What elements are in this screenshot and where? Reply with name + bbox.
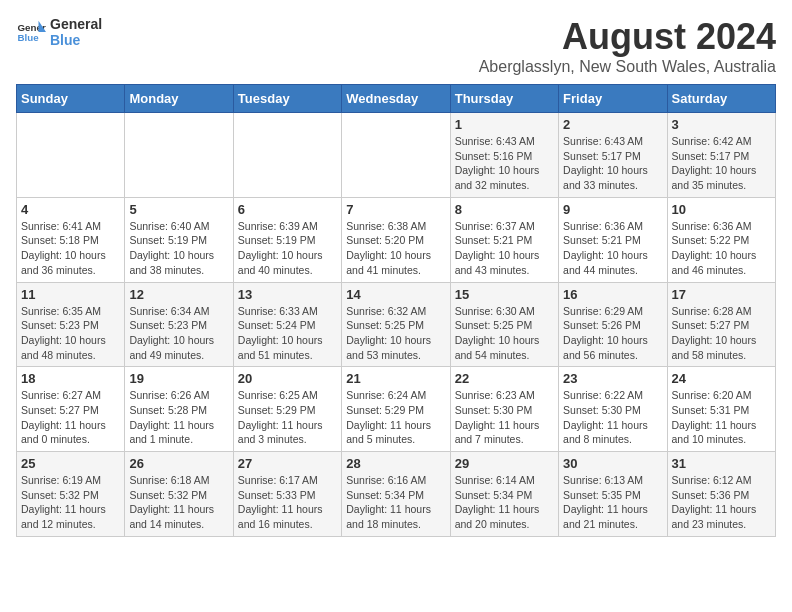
day-number: 20 bbox=[238, 371, 337, 386]
calendar-cell: 6Sunrise: 6:39 AM Sunset: 5:19 PM Daylig… bbox=[233, 197, 341, 282]
calendar-cell: 17Sunrise: 6:28 AM Sunset: 5:27 PM Dayli… bbox=[667, 282, 775, 367]
day-info: Sunrise: 6:28 AM Sunset: 5:27 PM Dayligh… bbox=[672, 304, 771, 363]
calendar-week-2: 4Sunrise: 6:41 AM Sunset: 5:18 PM Daylig… bbox=[17, 197, 776, 282]
day-number: 3 bbox=[672, 117, 771, 132]
calendar-cell: 16Sunrise: 6:29 AM Sunset: 5:26 PM Dayli… bbox=[559, 282, 667, 367]
logo-text-general: General bbox=[50, 16, 102, 32]
header-wednesday: Wednesday bbox=[342, 85, 450, 113]
day-number: 29 bbox=[455, 456, 554, 471]
calendar-header: Sunday Monday Tuesday Wednesday Thursday… bbox=[17, 85, 776, 113]
calendar-cell: 12Sunrise: 6:34 AM Sunset: 5:23 PM Dayli… bbox=[125, 282, 233, 367]
day-info: Sunrise: 6:18 AM Sunset: 5:32 PM Dayligh… bbox=[129, 473, 228, 532]
calendar-cell bbox=[125, 113, 233, 198]
day-info: Sunrise: 6:24 AM Sunset: 5:29 PM Dayligh… bbox=[346, 388, 445, 447]
day-info: Sunrise: 6:30 AM Sunset: 5:25 PM Dayligh… bbox=[455, 304, 554, 363]
calendar-week-1: 1Sunrise: 6:43 AM Sunset: 5:16 PM Daylig… bbox=[17, 113, 776, 198]
calendar-table: Sunday Monday Tuesday Wednesday Thursday… bbox=[16, 84, 776, 537]
calendar-cell: 18Sunrise: 6:27 AM Sunset: 5:27 PM Dayli… bbox=[17, 367, 125, 452]
day-number: 11 bbox=[21, 287, 120, 302]
day-number: 4 bbox=[21, 202, 120, 217]
title-section: August 2024 Aberglasslyn, New South Wale… bbox=[479, 16, 776, 76]
day-info: Sunrise: 6:20 AM Sunset: 5:31 PM Dayligh… bbox=[672, 388, 771, 447]
day-number: 2 bbox=[563, 117, 662, 132]
day-number: 15 bbox=[455, 287, 554, 302]
calendar-cell: 13Sunrise: 6:33 AM Sunset: 5:24 PM Dayli… bbox=[233, 282, 341, 367]
day-number: 23 bbox=[563, 371, 662, 386]
day-number: 25 bbox=[21, 456, 120, 471]
day-info: Sunrise: 6:33 AM Sunset: 5:24 PM Dayligh… bbox=[238, 304, 337, 363]
day-number: 7 bbox=[346, 202, 445, 217]
calendar-cell: 8Sunrise: 6:37 AM Sunset: 5:21 PM Daylig… bbox=[450, 197, 558, 282]
day-info: Sunrise: 6:13 AM Sunset: 5:35 PM Dayligh… bbox=[563, 473, 662, 532]
calendar-cell: 14Sunrise: 6:32 AM Sunset: 5:25 PM Dayli… bbox=[342, 282, 450, 367]
day-info: Sunrise: 6:32 AM Sunset: 5:25 PM Dayligh… bbox=[346, 304, 445, 363]
calendar-cell: 21Sunrise: 6:24 AM Sunset: 5:29 PM Dayli… bbox=[342, 367, 450, 452]
calendar-cell: 30Sunrise: 6:13 AM Sunset: 5:35 PM Dayli… bbox=[559, 452, 667, 537]
day-info: Sunrise: 6:12 AM Sunset: 5:36 PM Dayligh… bbox=[672, 473, 771, 532]
calendar-cell: 23Sunrise: 6:22 AM Sunset: 5:30 PM Dayli… bbox=[559, 367, 667, 452]
logo-text-blue: Blue bbox=[50, 32, 102, 48]
day-info: Sunrise: 6:26 AM Sunset: 5:28 PM Dayligh… bbox=[129, 388, 228, 447]
day-number: 26 bbox=[129, 456, 228, 471]
day-number: 27 bbox=[238, 456, 337, 471]
day-number: 12 bbox=[129, 287, 228, 302]
logo: General Blue General Blue bbox=[16, 16, 102, 48]
day-number: 14 bbox=[346, 287, 445, 302]
day-number: 31 bbox=[672, 456, 771, 471]
calendar-cell bbox=[342, 113, 450, 198]
logo-icon: General Blue bbox=[16, 17, 46, 47]
day-info: Sunrise: 6:36 AM Sunset: 5:22 PM Dayligh… bbox=[672, 219, 771, 278]
header-sunday: Sunday bbox=[17, 85, 125, 113]
day-number: 19 bbox=[129, 371, 228, 386]
header-monday: Monday bbox=[125, 85, 233, 113]
day-info: Sunrise: 6:41 AM Sunset: 5:18 PM Dayligh… bbox=[21, 219, 120, 278]
calendar-cell bbox=[233, 113, 341, 198]
calendar-cell: 7Sunrise: 6:38 AM Sunset: 5:20 PM Daylig… bbox=[342, 197, 450, 282]
day-info: Sunrise: 6:42 AM Sunset: 5:17 PM Dayligh… bbox=[672, 134, 771, 193]
header-friday: Friday bbox=[559, 85, 667, 113]
day-number: 17 bbox=[672, 287, 771, 302]
day-info: Sunrise: 6:14 AM Sunset: 5:34 PM Dayligh… bbox=[455, 473, 554, 532]
calendar-cell: 29Sunrise: 6:14 AM Sunset: 5:34 PM Dayli… bbox=[450, 452, 558, 537]
day-number: 8 bbox=[455, 202, 554, 217]
subtitle: Aberglasslyn, New South Wales, Australia bbox=[479, 58, 776, 76]
day-number: 6 bbox=[238, 202, 337, 217]
header-thursday: Thursday bbox=[450, 85, 558, 113]
calendar-cell: 25Sunrise: 6:19 AM Sunset: 5:32 PM Dayli… bbox=[17, 452, 125, 537]
header-saturday: Saturday bbox=[667, 85, 775, 113]
day-number: 16 bbox=[563, 287, 662, 302]
calendar-cell: 20Sunrise: 6:25 AM Sunset: 5:29 PM Dayli… bbox=[233, 367, 341, 452]
day-number: 18 bbox=[21, 371, 120, 386]
day-number: 21 bbox=[346, 371, 445, 386]
day-info: Sunrise: 6:36 AM Sunset: 5:21 PM Dayligh… bbox=[563, 219, 662, 278]
calendar-cell bbox=[17, 113, 125, 198]
calendar-cell: 10Sunrise: 6:36 AM Sunset: 5:22 PM Dayli… bbox=[667, 197, 775, 282]
calendar-cell: 27Sunrise: 6:17 AM Sunset: 5:33 PM Dayli… bbox=[233, 452, 341, 537]
calendar-cell: 2Sunrise: 6:43 AM Sunset: 5:17 PM Daylig… bbox=[559, 113, 667, 198]
calendar-cell: 22Sunrise: 6:23 AM Sunset: 5:30 PM Dayli… bbox=[450, 367, 558, 452]
day-info: Sunrise: 6:19 AM Sunset: 5:32 PM Dayligh… bbox=[21, 473, 120, 532]
day-number: 13 bbox=[238, 287, 337, 302]
day-info: Sunrise: 6:40 AM Sunset: 5:19 PM Dayligh… bbox=[129, 219, 228, 278]
calendar-cell: 1Sunrise: 6:43 AM Sunset: 5:16 PM Daylig… bbox=[450, 113, 558, 198]
day-info: Sunrise: 6:17 AM Sunset: 5:33 PM Dayligh… bbox=[238, 473, 337, 532]
main-title: August 2024 bbox=[479, 16, 776, 58]
calendar-week-3: 11Sunrise: 6:35 AM Sunset: 5:23 PM Dayli… bbox=[17, 282, 776, 367]
day-info: Sunrise: 6:43 AM Sunset: 5:17 PM Dayligh… bbox=[563, 134, 662, 193]
svg-text:Blue: Blue bbox=[18, 32, 40, 43]
day-number: 5 bbox=[129, 202, 228, 217]
day-info: Sunrise: 6:27 AM Sunset: 5:27 PM Dayligh… bbox=[21, 388, 120, 447]
calendar-cell: 4Sunrise: 6:41 AM Sunset: 5:18 PM Daylig… bbox=[17, 197, 125, 282]
calendar-cell: 28Sunrise: 6:16 AM Sunset: 5:34 PM Dayli… bbox=[342, 452, 450, 537]
day-info: Sunrise: 6:35 AM Sunset: 5:23 PM Dayligh… bbox=[21, 304, 120, 363]
day-info: Sunrise: 6:38 AM Sunset: 5:20 PM Dayligh… bbox=[346, 219, 445, 278]
day-info: Sunrise: 6:34 AM Sunset: 5:23 PM Dayligh… bbox=[129, 304, 228, 363]
day-info: Sunrise: 6:37 AM Sunset: 5:21 PM Dayligh… bbox=[455, 219, 554, 278]
day-number: 24 bbox=[672, 371, 771, 386]
day-info: Sunrise: 6:16 AM Sunset: 5:34 PM Dayligh… bbox=[346, 473, 445, 532]
day-info: Sunrise: 6:22 AM Sunset: 5:30 PM Dayligh… bbox=[563, 388, 662, 447]
calendar-week-4: 18Sunrise: 6:27 AM Sunset: 5:27 PM Dayli… bbox=[17, 367, 776, 452]
day-info: Sunrise: 6:29 AM Sunset: 5:26 PM Dayligh… bbox=[563, 304, 662, 363]
day-info: Sunrise: 6:25 AM Sunset: 5:29 PM Dayligh… bbox=[238, 388, 337, 447]
day-info: Sunrise: 6:39 AM Sunset: 5:19 PM Dayligh… bbox=[238, 219, 337, 278]
